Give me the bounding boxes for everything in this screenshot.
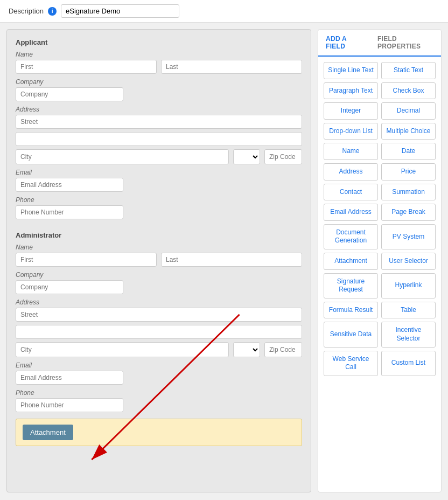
applicant-title: Applicant: [16, 38, 302, 46]
applicant-city-input[interactable]: [16, 149, 229, 164]
field-btn-price[interactable]: Price: [381, 163, 436, 180]
admin-email-label: Email: [16, 362, 302, 369]
field-btn-multiple-choice[interactable]: Multiple Choice: [381, 123, 436, 140]
applicant-first-input[interactable]: [16, 60, 157, 74]
field-btn-drop-down-list[interactable]: Drop-down List: [324, 123, 378, 140]
admin-phone-input[interactable]: [16, 398, 123, 412]
field-btn-incentive-selector[interactable]: Incentive Selector: [381, 322, 436, 347]
tab-field-properties[interactable]: FIELD PROPERTIES: [370, 30, 441, 55]
field-btn-date[interactable]: Date: [381, 143, 436, 160]
administrator-title: Administrator: [16, 231, 302, 239]
admin-last-input[interactable]: [161, 253, 302, 267]
admin-phone-label: Phone: [16, 389, 302, 397]
admin-state-select[interactable]: [233, 342, 260, 357]
attachment-drop-zone: Attachment: [16, 419, 302, 446]
field-btn-address[interactable]: Address: [324, 163, 378, 180]
admin-address-label: Address: [16, 298, 302, 306]
field-btn-sensitive-data[interactable]: Sensitive Data: [324, 322, 378, 347]
administrator-section: Administrator Name Company Address: [16, 231, 302, 412]
applicant-address2-input[interactable]: [16, 132, 302, 146]
field-btn-name[interactable]: Name: [324, 143, 378, 160]
applicant-phone-input[interactable]: [16, 205, 123, 219]
admin-company-input[interactable]: [16, 280, 123, 294]
applicant-name-label: Name: [16, 51, 302, 58]
applicant-street-input[interactable]: [16, 115, 302, 129]
applicant-section: Applicant Name Company Address: [16, 38, 302, 219]
field-btn-summation[interactable]: Summation: [381, 184, 436, 201]
applicant-company-input[interactable]: [16, 87, 123, 101]
applicant-email-label: Email: [16, 169, 302, 176]
field-btn-hyperlink[interactable]: Hyperlink: [381, 273, 436, 298]
admin-email-input[interactable]: [16, 371, 123, 385]
field-btn-custom-list[interactable]: Custom List: [381, 351, 436, 376]
admin-name-label: Name: [16, 244, 302, 251]
admin-zip-input[interactable]: [264, 342, 302, 357]
field-btn-attachment[interactable]: Attachment: [324, 253, 378, 270]
applicant-company-label: Company: [16, 78, 302, 86]
admin-street-input[interactable]: [16, 308, 302, 322]
tab-add-field[interactable]: ADD A FIELD: [318, 30, 370, 57]
applicant-address-label: Address: [16, 106, 302, 113]
field-btn-decimal[interactable]: Decimal: [381, 102, 436, 120]
field-btn-user-selector[interactable]: User Selector: [381, 253, 436, 270]
field-btn-web-service-call[interactable]: Web Service Call: [324, 351, 378, 376]
right-panel: ADD A FIELD FIELD PROPERTIES Single Line…: [318, 29, 442, 492]
field-btn-page-break[interactable]: Page Break: [381, 204, 436, 221]
field-btn-integer[interactable]: Integer: [324, 102, 378, 120]
applicant-zip-input[interactable]: [264, 149, 302, 164]
description-label: Description: [9, 7, 44, 15]
field-btn-signature-request[interactable]: Signature Request: [324, 273, 378, 298]
field-btn-paragraph-text[interactable]: Paragraph Text: [324, 82, 378, 100]
applicant-state-select[interactable]: [233, 149, 260, 164]
field-btn-contact[interactable]: Contact: [324, 184, 378, 201]
info-icon: i: [48, 7, 57, 16]
field-btn-static-text[interactable]: Static Text: [381, 62, 436, 79]
field-btn-table[interactable]: Table: [381, 302, 436, 319]
applicant-phone-label: Phone: [16, 196, 302, 204]
admin-first-input[interactable]: [16, 253, 157, 267]
field-btn-check-box[interactable]: Check Box: [381, 82, 436, 100]
field-btn-email-address[interactable]: Email Address: [324, 204, 378, 221]
field-btn-pv-system[interactable]: PV System: [381, 224, 436, 249]
fields-grid: Single Line TextStatic TextParagraph Tex…: [318, 57, 441, 381]
field-btn-document-generation[interactable]: Document Generation: [324, 224, 378, 249]
field-btn-single-line-text[interactable]: Single Line Text: [324, 62, 378, 79]
applicant-email-input[interactable]: [16, 178, 123, 192]
applicant-last-input[interactable]: [161, 60, 302, 74]
attachment-button[interactable]: Attachment: [23, 425, 73, 440]
description-input[interactable]: [61, 4, 179, 18]
tabs-bar: ADD A FIELD FIELD PROPERTIES: [318, 30, 441, 57]
admin-address2-input[interactable]: [16, 325, 302, 339]
admin-city-input[interactable]: [16, 342, 229, 357]
admin-company-label: Company: [16, 271, 302, 279]
field-btn-formula-result[interactable]: Formula Result: [324, 302, 378, 319]
